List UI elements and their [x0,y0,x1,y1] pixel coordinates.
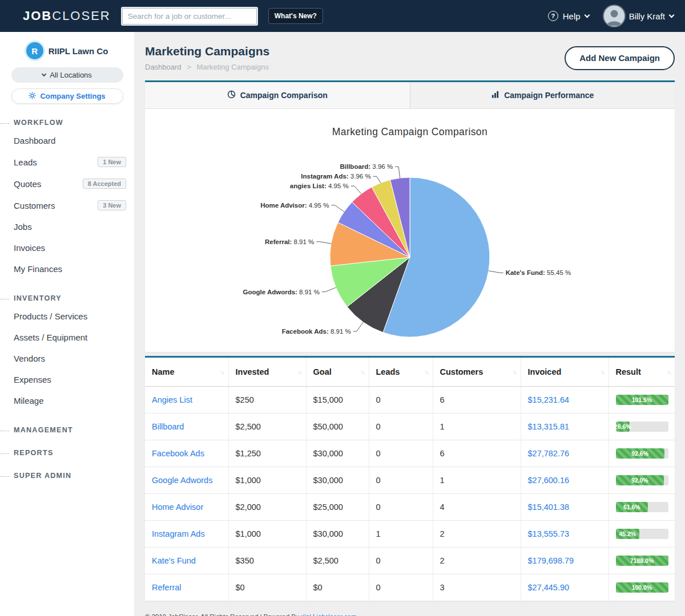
sidebar-item-expenses[interactable]: Expenses [0,369,134,390]
cell-result: 100.0% [609,574,675,601]
result-progress-bar: 100.0% [616,582,668,593]
sidebar-item-assets-equipment[interactable]: Assets / Equipment [0,327,134,348]
column-header-result[interactable]: Result↑↓ [609,358,675,387]
cell-invoiced: $27,445.90 [521,574,609,601]
company-switcher[interactable]: R RIIPL Lawn Co [0,42,134,59]
sidebar-section-workflow[interactable]: WORKFLOW [0,119,134,127]
sidebar-item-label: Expenses [14,375,51,384]
pie-label-connector [395,167,400,178]
campaign-table-card: Name↑↓Invested↑↓Goal↑↓Leads↑↓Customers↑↓… [145,356,675,601]
sort-icon[interactable]: ↑↓ [425,369,428,375]
column-header-invoiced[interactable]: Invoiced↑↓ [521,358,609,387]
cell-result: 26.6% [609,414,675,440]
cell-goal: $2,500 [306,548,369,574]
campaign-link-billboard[interactable]: Billboard [152,422,184,431]
campaign-link-google-adwords[interactable]: Google Adwords [152,476,212,485]
invoiced-amount-link[interactable]: $15,401.38 [528,502,570,512]
add-new-campaign-button[interactable]: Add New Campaign [565,46,675,70]
user-name: Billy Kraft [629,11,665,21]
riipl-link[interactable]: riipl [301,613,311,616]
chevron-down-icon [584,12,590,18]
result-progress-fill: 45.2% [616,529,640,539]
campaign-link-kate-s-fund[interactable]: Kate's Fund [152,556,196,565]
table-row: Facebook Ads$1,250$30,00006$27,782.7692.… [145,440,675,467]
sidebar-item-dashboard[interactable]: Dashboard [0,130,134,151]
company-settings-button[interactable]: Company Settings [11,88,123,104]
sidebar-section-reports[interactable]: REPORTS [0,449,134,457]
invoiced-amount-link[interactable]: $27,600.16 [528,476,570,485]
invoiced-amount-link[interactable]: $13,315.81 [528,422,570,431]
column-header-leads[interactable]: Leads↑↓ [369,358,433,387]
campaign-link-referral[interactable]: Referral [152,583,182,592]
sidebar-item-vendors[interactable]: Vendors [0,348,134,369]
sidebar-item-jobs[interactable]: Jobs [0,216,134,237]
tab-campaign-performance[interactable]: Campaign Performance [410,82,675,108]
cell-result: 92.0% [609,467,675,494]
page-title: Marketing Campaigns [145,44,269,58]
cell-name: Home Advisor [145,494,228,521]
sort-icon[interactable]: ↑↓ [513,369,516,375]
sort-icon[interactable]: ↑↓ [601,369,604,375]
sidebar-item-quotes[interactable]: Quotes8 Accepted [0,173,134,194]
search-input[interactable] [121,7,258,26]
sort-icon[interactable]: ↑↓ [361,369,364,375]
tab-campaign-comparison[interactable]: Campaign Comparison [145,82,410,108]
campaign-link-instagram-ads[interactable]: Instagram Ads [152,529,205,538]
sidebar-section-super-admin[interactable]: SUPER ADMIN [0,472,134,480]
column-label: Name [152,367,175,376]
table-row: Angies List$250$15,00006$15,231.64101.5% [145,387,675,414]
sidebar-item-leads[interactable]: Leads1 New [0,151,134,173]
column-header-name[interactable]: Name↑↓ [145,358,228,387]
sidebar-item-invoices[interactable]: Invoices [0,237,134,258]
pie-label-connector [373,176,381,183]
cell-goal: $0 [306,574,369,601]
invoiced-amount-link[interactable]: $179,698.79 [528,556,574,565]
invoiced-amount-link[interactable]: $27,782.76 [528,449,570,458]
jobcloser-link[interactable]: jobcloser.com [316,613,356,616]
user-menu[interactable]: Billy Kraft [604,6,674,26]
result-progress-fill: 101.5% [616,395,668,405]
sidebar-item-label: Customers [14,201,55,210]
sidebar-section-management[interactable]: MANAGEMENT [0,426,134,434]
table-row: Home Advisor$2,000$25,00004$15,401.3861.… [145,494,675,521]
sort-icon[interactable]: ↑↓ [298,369,301,375]
campaign-link-angies-list[interactable]: Angies List [152,395,192,404]
avatar [604,6,624,26]
cell-invoiced: $179,698.79 [521,548,609,574]
cell-customers: 2 [433,548,521,574]
cell-result: 45.2% [609,521,675,548]
table-row: Billboard$2,500$50,00001$13,315.8126.6% [145,414,675,440]
sidebar-item-customers[interactable]: Customers3 New [0,194,134,216]
breadcrumb-dashboard[interactable]: Dashboard [145,63,182,71]
sidebar-item-products-services[interactable]: Products / Services [0,306,134,327]
column-header-customers[interactable]: Customers↑↓ [433,358,521,387]
bar-chart-icon [491,90,499,100]
campaign-link-facebook-ads[interactable]: Facebook Ads [152,449,204,458]
invoiced-amount-link[interactable]: $15,231.64 [528,395,570,404]
cell-customers: 4 [433,494,521,521]
chart-title: Marketing Campaign Comparison [332,126,487,137]
app-logo[interactable]: JOBCLOSER [23,9,111,23]
sidebar-item-mileage[interactable]: Mileage [0,390,134,411]
sidebar-item-my-finances[interactable]: My Finances [0,258,134,279]
company-logo: R [26,42,43,59]
sidebar-section-inventory[interactable]: INVENTORY [0,294,134,302]
invoiced-amount-link[interactable]: $13,555.73 [528,529,570,538]
column-label: Goal [313,367,332,376]
sidebar-item-label: Quotes [14,179,41,189]
whats-new-button[interactable]: What's New? [268,8,323,24]
sort-icon[interactable]: ↑↓ [667,369,670,375]
cell-customers: 2 [433,521,521,548]
cell-invoiced: $15,231.64 [521,387,609,414]
sort-icon[interactable]: ↑↓ [220,369,224,375]
result-progress-bar: 45.2% [616,529,668,539]
column-header-invested[interactable]: Invested↑↓ [228,358,306,387]
help-menu[interactable]: ? Help [548,11,589,21]
pie-label-instagram-ads: Instagram Ads: 3.96 % [301,173,370,180]
invoiced-amount-link[interactable]: $27,445.90 [528,583,570,592]
campaign-link-home-advisor[interactable]: Home Advisor [152,502,203,512]
pie-label-kate-s-fund: Kate's Fund: 55.45 % [506,269,571,276]
column-header-goal[interactable]: Goal↑↓ [306,358,369,387]
cell-invoiced: $13,315.81 [521,414,609,440]
all-locations-dropdown[interactable]: All Locations [11,67,123,83]
